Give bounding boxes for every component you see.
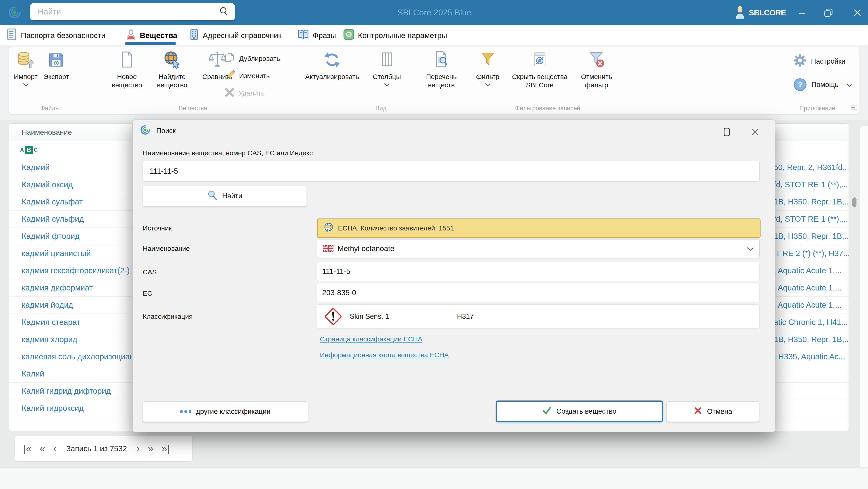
duplicate-icon	[224, 52, 236, 65]
tab-control-parameters[interactable]: Контрольные параметры	[343, 27, 447, 44]
delete-button[interactable]: Удалить	[224, 87, 265, 99]
restore-button[interactable]	[822, 6, 835, 20]
import-button[interactable]: Импорт	[10, 50, 41, 87]
close-button[interactable]	[850, 6, 864, 20]
create-substance-label: Создать вещество	[556, 407, 616, 415]
chevron-down-icon[interactable]	[747, 244, 753, 253]
columns-label: Столбцы	[373, 73, 401, 81]
app-window: SBLCore 2025 Blue SBLCORE	[0, 0, 868, 489]
account-area[interactable]: SBLCORE	[735, 0, 786, 25]
cas-value: 111-11-5	[322, 267, 350, 276]
help-button[interactable]: ? Помощь	[794, 78, 852, 91]
search-field-label: Наименование вещества, номер CAS, ЕС или…	[143, 149, 313, 157]
search-icon[interactable]	[219, 6, 229, 17]
fast-backward-icon[interactable]: «	[39, 443, 45, 454]
search-query-field[interactable]	[143, 161, 760, 181]
edit-button[interactable]: Изменить	[224, 69, 270, 82]
ec-label: EC	[143, 290, 152, 297]
hidden-eye-icon	[531, 50, 548, 69]
chevron-down-icon	[384, 83, 390, 87]
app-logo-icon	[140, 125, 150, 137]
duplicate-label: Дублировать	[239, 55, 280, 62]
duplicate-button[interactable]: Дублировать	[224, 52, 280, 65]
pencil-icon	[224, 69, 236, 82]
export-button[interactable]: Экспорт	[41, 50, 71, 81]
funnel-icon	[479, 50, 496, 69]
source-result-item[interactable]: ECHA, Количество заявителей: 1551	[317, 219, 761, 238]
next-page-icon[interactable]: ›	[136, 443, 140, 454]
settings-button[interactable]: Настройки	[794, 54, 845, 68]
sds-document-icon	[6, 28, 17, 42]
other-classifications-button[interactable]: другие классификации	[143, 401, 308, 422]
echa-infocard-link[interactable]: Информационная карта вещества ECHA	[320, 351, 448, 359]
filter-label: фильтр	[476, 73, 499, 81]
text-filter-icon: ABC	[20, 146, 37, 154]
ec-field[interactable]: 203-835-0	[317, 283, 760, 302]
global-search-input[interactable]	[37, 7, 219, 17]
tab-phrases[interactable]: Фразы	[298, 27, 336, 44]
dialog-title: Поиск	[156, 127, 176, 135]
echa-globe-icon	[323, 222, 334, 234]
ec-value: 203-835-0	[322, 288, 356, 297]
floppy-export-icon	[48, 50, 65, 69]
columns-button[interactable]: Столбцы	[369, 50, 405, 87]
tab-safety-data-sheets[interactable]: Паспорта безопасности	[6, 27, 105, 44]
magnifier-icon	[207, 190, 218, 202]
name-dropdown[interactable]: Methyl octanoate	[317, 239, 760, 258]
group-label-files: Файлы	[23, 105, 77, 112]
last-page-icon[interactable]: »|	[161, 443, 170, 454]
hide-sblcore-substances-button[interactable]: Скрыть вещества SBLCore	[506, 50, 574, 89]
find-substance-button[interactable]: Найдите вещество	[150, 50, 195, 89]
document-search-icon	[433, 50, 450, 69]
search-dialog: Поиск Наименование вещества, номер CAS, …	[132, 119, 775, 432]
help-icon: ?	[794, 78, 806, 91]
group-label-application: Приложение	[783, 105, 851, 112]
edit-label: Изменить	[239, 72, 270, 80]
minimize-button[interactable]	[795, 6, 809, 20]
refresh-button[interactable]: Актуализировать	[305, 50, 359, 81]
find-button[interactable]: Найти	[143, 186, 307, 206]
dialog-maximize-button[interactable]	[720, 125, 734, 139]
classification-box: Skin Sens. 1 H317	[317, 305, 760, 328]
chevron-down-icon	[847, 81, 852, 89]
vertical-scrollbar-thumb[interactable]	[852, 197, 857, 207]
fast-forward-icon[interactable]: »	[148, 443, 153, 454]
tab-label: Паспорта безопасности	[21, 31, 105, 40]
cas-field[interactable]: 111-11-5	[317, 262, 760, 281]
chevron-down-icon	[485, 83, 491, 87]
database-import-icon	[17, 50, 35, 69]
new-document-icon	[118, 50, 135, 69]
check-icon	[542, 406, 552, 417]
flask-icon	[126, 28, 136, 42]
ghs07-exclamation-pictogram	[323, 307, 343, 326]
cancel-filter-button[interactable]: Отменить фильтр	[574, 50, 619, 89]
previous-page-icon[interactable]: ‹	[53, 443, 57, 454]
cancel-button[interactable]: Отмена	[666, 401, 759, 422]
other-classifications-label: другие классификации	[196, 407, 270, 415]
group-options-icon[interactable]	[851, 105, 857, 111]
ribbon-card: Импорт Экспорт	[9, 47, 859, 114]
control-parameters-icon	[343, 29, 354, 42]
filter-button[interactable]: фильтр	[472, 50, 503, 87]
uk-flag-icon	[323, 245, 334, 252]
account-name: SBLCORE	[749, 8, 786, 17]
cas-label: CAS	[143, 268, 157, 276]
active-tab-indicator	[125, 42, 176, 45]
global-search[interactable]	[30, 3, 235, 20]
new-substance-button[interactable]: Новое вещество	[104, 50, 150, 89]
tab-address-book[interactable]: Адресный справочник	[189, 27, 281, 44]
group-label-substances: Вещества	[159, 105, 227, 112]
first-page-icon[interactable]: |«	[23, 443, 31, 454]
tab-substances[interactable]: Вещества	[126, 27, 177, 44]
hide-sblcore-label: Скрыть вещества SBLCore	[506, 73, 574, 89]
columns-icon	[378, 50, 395, 69]
search-query-input[interactable]	[149, 167, 753, 176]
cancel-label: Отмена	[707, 407, 732, 415]
dialog-close-button[interactable]	[749, 125, 762, 139]
substance-list-button[interactable]: Перечень веществ	[419, 50, 464, 89]
create-substance-button[interactable]: Создать вещество	[496, 401, 663, 422]
group-label-filtering: Фильтрование записей	[502, 105, 593, 112]
echa-classification-link[interactable]: Страница классификации ECHA	[320, 335, 422, 343]
record-pager: |« « ‹ Запись 1 из 7532 › » »|	[15, 436, 192, 461]
substance-list-label: Перечень веществ	[419, 73, 464, 89]
